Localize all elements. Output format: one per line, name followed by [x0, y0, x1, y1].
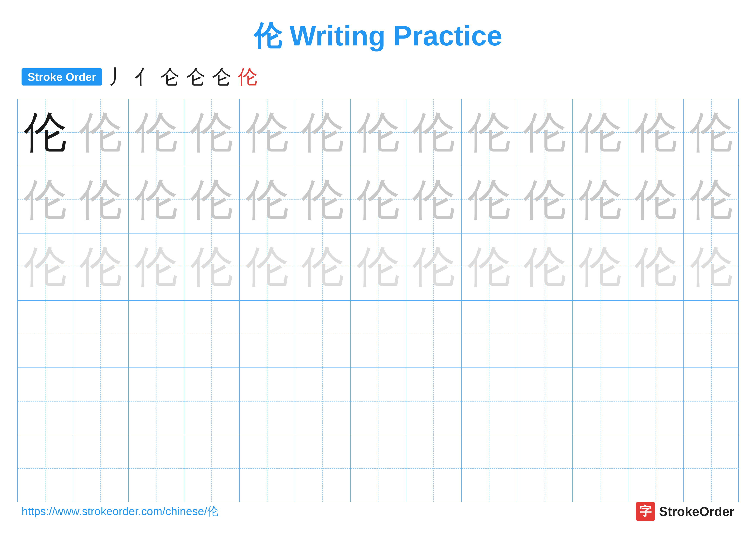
char-3-4: 伦 — [190, 245, 233, 289]
char-1-8: 伦 — [412, 111, 455, 154]
char-2-7: 伦 — [357, 178, 400, 221]
page-title: 伦 Writing Practice — [0, 0, 756, 55]
grid-cell-3-11: 伦 — [573, 234, 628, 300]
grid-cell-2-12: 伦 — [628, 166, 684, 233]
grid-cell-4-4[interactable] — [184, 301, 240, 368]
grid-cell-5-10[interactable] — [517, 368, 573, 435]
char-2-9: 伦 — [468, 178, 511, 221]
grid-cell-1-7: 伦 — [351, 99, 406, 166]
grid-cell-5-6[interactable] — [295, 368, 351, 435]
stroke-step-3: 仑 — [160, 64, 180, 90]
grid-cell-4-12[interactable] — [628, 301, 684, 368]
grid-cell-4-8[interactable] — [406, 301, 462, 368]
char-3-3: 伦 — [135, 245, 178, 289]
grid-cell-6-1[interactable] — [18, 435, 73, 502]
grid-cell-4-3[interactable] — [129, 301, 184, 368]
char-2-4: 伦 — [190, 178, 233, 221]
grid-cell-4-9[interactable] — [462, 301, 517, 368]
grid-cell-4-11[interactable] — [573, 301, 628, 368]
char-2-13: 伦 — [690, 178, 733, 221]
grid-cell-6-5[interactable] — [240, 435, 295, 502]
char-1-2: 伦 — [79, 111, 122, 154]
grid-cell-2-5: 伦 — [240, 166, 295, 233]
char-3-13: 伦 — [690, 245, 733, 289]
grid-cell-6-6[interactable] — [295, 435, 351, 502]
grid-cell-5-1[interactable] — [18, 368, 73, 435]
char-1-7: 伦 — [357, 111, 400, 154]
grid-cell-2-11: 伦 — [573, 166, 628, 233]
grid-cell-3-12: 伦 — [628, 234, 684, 300]
grid-cell-5-9[interactable] — [462, 368, 517, 435]
grid-cell-1-5: 伦 — [240, 99, 295, 166]
grid-cell-1-1: 伦 — [18, 99, 73, 166]
char-1-5: 伦 — [246, 111, 289, 154]
grid-cell-6-10[interactable] — [517, 435, 573, 502]
grid-cell-1-6: 伦 — [295, 99, 351, 166]
grid-cell-1-8: 伦 — [406, 99, 462, 166]
stroke-step-6: 伦 — [238, 64, 257, 90]
char-2-10: 伦 — [523, 178, 566, 221]
grid-cell-6-11[interactable] — [573, 435, 628, 502]
grid-cell-1-13: 伦 — [684, 99, 739, 166]
grid-cell-4-5[interactable] — [240, 301, 295, 368]
char-3-6: 伦 — [301, 245, 344, 289]
char-2-8: 伦 — [412, 178, 455, 221]
grid-cell-6-2[interactable] — [73, 435, 129, 502]
grid-cell-6-8[interactable] — [406, 435, 462, 502]
grid-row-4 — [18, 301, 738, 368]
grid-cell-5-11[interactable] — [573, 368, 628, 435]
grid-cell-4-7[interactable] — [351, 301, 406, 368]
grid-cell-5-8[interactable] — [406, 368, 462, 435]
grid-cell-6-12[interactable] — [628, 435, 684, 502]
char-3-5: 伦 — [246, 245, 289, 289]
grid-cell-3-7: 伦 — [351, 234, 406, 300]
stroke-step-1: 丿 — [109, 64, 128, 90]
grid-cell-6-9[interactable] — [462, 435, 517, 502]
char-3-10: 伦 — [523, 245, 566, 289]
grid-cell-6-7[interactable] — [351, 435, 406, 502]
char-1-12: 伦 — [634, 111, 677, 154]
practice-grid: 伦 伦 伦 伦 伦 伦 伦 伦 伦 伦 伦 伦 — [17, 99, 739, 502]
char-1-13: 伦 — [690, 111, 733, 154]
grid-cell-2-10: 伦 — [517, 166, 573, 233]
grid-cell-4-2[interactable] — [73, 301, 129, 368]
grid-cell-5-12[interactable] — [628, 368, 684, 435]
char-3-12: 伦 — [634, 245, 677, 289]
grid-cell-3-6: 伦 — [295, 234, 351, 300]
char-3-2: 伦 — [79, 245, 122, 289]
footer-logo: 字 StrokeOrder — [636, 502, 735, 521]
grid-cell-1-9: 伦 — [462, 99, 517, 166]
grid-cell-2-13: 伦 — [684, 166, 739, 233]
grid-cell-1-11: 伦 — [573, 99, 628, 166]
grid-cell-3-9: 伦 — [462, 234, 517, 300]
char-2-12: 伦 — [634, 178, 677, 221]
grid-cell-3-1: 伦 — [18, 234, 73, 300]
char-1-3: 伦 — [135, 111, 178, 154]
grid-cell-4-13[interactable] — [684, 301, 739, 368]
grid-cell-5-7[interactable] — [351, 368, 406, 435]
grid-cell-5-4[interactable] — [184, 368, 240, 435]
title-text: Writing Practice — [282, 20, 502, 51]
stroke-step-2: 亻 — [134, 64, 154, 90]
char-1-10: 伦 — [523, 111, 566, 154]
grid-cell-4-1[interactable] — [18, 301, 73, 368]
grid-cell-3-5: 伦 — [240, 234, 295, 300]
grid-row-6 — [18, 435, 738, 502]
char-1-9: 伦 — [468, 111, 511, 154]
strokeorder-logo-icon: 字 — [636, 502, 655, 521]
grid-cell-5-13[interactable] — [684, 368, 739, 435]
char-3-8: 伦 — [412, 245, 455, 289]
grid-cell-6-4[interactable] — [184, 435, 240, 502]
grid-cell-5-3[interactable] — [129, 368, 184, 435]
char-3-9: 伦 — [468, 245, 511, 289]
char-3-1: 伦 — [24, 245, 67, 289]
grid-cell-5-2[interactable] — [73, 368, 129, 435]
grid-cell-6-3[interactable] — [129, 435, 184, 502]
grid-cell-2-4: 伦 — [184, 166, 240, 233]
grid-cell-3-13: 伦 — [684, 234, 739, 300]
grid-cell-3-8: 伦 — [406, 234, 462, 300]
grid-cell-6-13[interactable] — [684, 435, 739, 502]
grid-cell-4-6[interactable] — [295, 301, 351, 368]
grid-cell-5-5[interactable] — [240, 368, 295, 435]
grid-cell-4-10[interactable] — [517, 301, 573, 368]
